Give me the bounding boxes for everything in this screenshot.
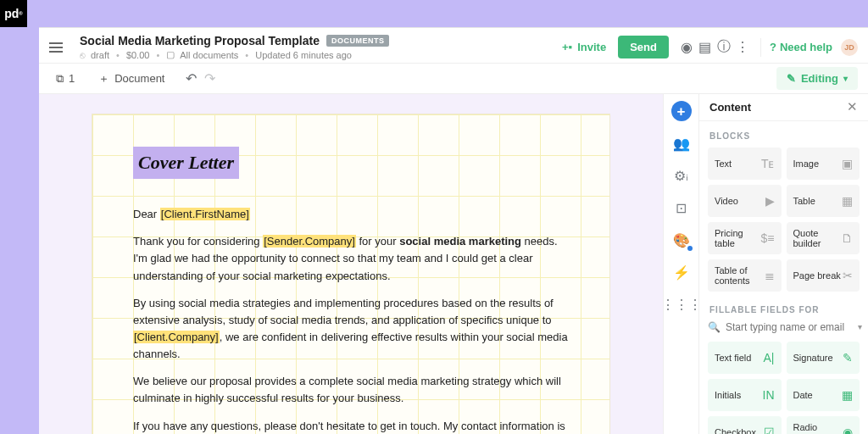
label: Table bbox=[793, 196, 815, 206]
block-toc[interactable]: Table of contents≣ bbox=[708, 259, 782, 292]
label: Signature bbox=[793, 353, 833, 363]
block-page-break[interactable]: Page break✂ bbox=[787, 259, 860, 292]
sender-company-token[interactable]: [Sender.Company] bbox=[263, 235, 356, 248]
label: Initials bbox=[715, 390, 741, 400]
text-icon: Tᴇ bbox=[761, 157, 775, 170]
label: Pricing table bbox=[715, 228, 761, 248]
preview-icon[interactable]: ◉ bbox=[677, 38, 696, 57]
signature-icon: ✎ bbox=[843, 351, 853, 364]
automation-icon[interactable]: ⚡ bbox=[671, 262, 692, 282]
video-icon: ▶ bbox=[765, 194, 775, 208]
field-checkbox[interactable]: Checkbox☑ bbox=[708, 416, 782, 434]
variables-icon[interactable]: ⚙ᵢ bbox=[671, 165, 692, 186]
invite-button[interactable]: +▪ Invite bbox=[550, 36, 618, 58]
folder-icon: ▢ bbox=[166, 49, 175, 60]
help-question-icon: ? bbox=[770, 41, 776, 53]
add-document-button[interactable]: ＋ Document bbox=[92, 68, 171, 90]
undo-icon[interactable]: ↶ bbox=[181, 70, 200, 88]
cover-letter-heading[interactable]: Cover Letter bbox=[133, 147, 239, 179]
user-avatar[interactable]: JD bbox=[841, 39, 858, 56]
canvas[interactable]: Cover Letter Dear [Client.FirstName] Tha… bbox=[39, 94, 663, 434]
sub-header: ⎋ draft $0.00 ▢ All documents Updated 6 … bbox=[80, 49, 389, 60]
block-text[interactable]: TextTᴇ bbox=[708, 147, 782, 180]
recipient-search-input[interactable] bbox=[726, 321, 853, 333]
block-image[interactable]: Image▣ bbox=[787, 147, 860, 180]
p1-b: for your bbox=[356, 235, 399, 248]
greeting-prefix: Dear bbox=[133, 208, 160, 220]
send-button[interactable]: Send bbox=[618, 36, 669, 58]
label: Date bbox=[793, 390, 813, 400]
close-icon[interactable]: ✕ bbox=[847, 99, 858, 114]
label: Checkbox bbox=[715, 427, 756, 434]
toc-icon: ≣ bbox=[765, 269, 775, 282]
pricing-icon: $≡ bbox=[761, 231, 775, 245]
scissors-icon: ✂ bbox=[843, 269, 853, 282]
edit-icon: ✎ bbox=[787, 72, 796, 85]
plus-icon: ＋ bbox=[98, 71, 109, 86]
invite-label: Invite bbox=[577, 41, 606, 53]
add-doc-label: Document bbox=[114, 72, 164, 85]
block-table[interactable]: Table▦ bbox=[787, 185, 860, 217]
field-text[interactable]: Text fieldA| bbox=[708, 342, 782, 374]
table-icon: ▦ bbox=[842, 194, 853, 208]
paragraph-1[interactable]: Thank you for considering [Sender.Compan… bbox=[133, 233, 569, 284]
p1-bold: social media marketing bbox=[399, 235, 521, 248]
pages-button[interactable]: ⧉ 1 bbox=[49, 69, 81, 89]
status-text: draft bbox=[91, 50, 109, 60]
fillable-section-label: FILLABLE FIELDS FOR bbox=[709, 305, 860, 314]
search-icon: 🔍 bbox=[708, 321, 721, 333]
pricing-icon[interactable]: ⊡ bbox=[671, 198, 692, 218]
label: Table of contents bbox=[715, 265, 765, 286]
right-rail: + 👥 ⚙ᵢ ⊡ 🎨 ⚡ ⋮⋮⋮ bbox=[663, 94, 698, 434]
invite-icon: +▪ bbox=[562, 41, 572, 53]
client-firstname-token[interactable]: [Client.FirstName] bbox=[160, 208, 250, 220]
field-date[interactable]: Date▦ bbox=[787, 379, 860, 411]
chevron-down-icon: ▾ bbox=[843, 74, 848, 83]
paragraph-2[interactable]: By using social media strategies and imp… bbox=[133, 295, 569, 364]
paragraph-3[interactable]: We believe our proposal provides a compl… bbox=[133, 373, 569, 407]
label: Text field bbox=[715, 353, 751, 363]
quote-icon: 🗋 bbox=[841, 231, 853, 245]
menu-icon[interactable] bbox=[49, 38, 68, 57]
greeting-line[interactable]: Dear [Client.FirstName] bbox=[133, 206, 569, 223]
need-help-link[interactable]: Need help bbox=[780, 41, 832, 53]
lock-icon: ⎋ bbox=[80, 50, 86, 60]
p2-a: By using social media strategies and imp… bbox=[133, 297, 554, 326]
redo-icon[interactable]: ↷ bbox=[200, 70, 219, 88]
app-frame: Social Media Marketing Proposal Template… bbox=[39, 27, 868, 434]
page[interactable]: Cover Letter Dear [Client.FirstName] Tha… bbox=[92, 114, 609, 434]
comments-icon[interactable]: ▤ bbox=[696, 38, 715, 57]
initials-icon: IN bbox=[763, 388, 775, 402]
label: Page break bbox=[793, 270, 841, 281]
checkbox-icon: ☑ bbox=[764, 426, 775, 434]
paragraph-4[interactable]: If you have any questions, please don't … bbox=[133, 418, 569, 435]
add-content-button[interactable]: + bbox=[671, 101, 692, 121]
content-panel: Content ✕ BLOCKS TextTᴇ Image▣ Video▶ Ta… bbox=[698, 94, 868, 434]
info-icon[interactable]: ⓘ bbox=[715, 38, 733, 57]
recipients-icon[interactable]: 👥 bbox=[671, 133, 692, 153]
block-video[interactable]: Video▶ bbox=[708, 185, 782, 217]
apps-grid-icon[interactable]: ⋮⋮⋮ bbox=[671, 294, 692, 314]
field-initials[interactable]: InitialsIN bbox=[708, 379, 782, 411]
design-icon[interactable]: 🎨 bbox=[671, 230, 692, 250]
chevron-down-icon: ▾ bbox=[858, 322, 862, 331]
workspace: Cover Letter Dear [Client.FirstName] Tha… bbox=[39, 94, 868, 434]
document-tag: DOCUMENTS bbox=[326, 35, 390, 47]
document-title: Social Media Marketing Proposal Template bbox=[80, 34, 320, 47]
updated-text: Updated 6 minutes ago bbox=[255, 50, 352, 60]
blocks-section-label: BLOCKS bbox=[709, 131, 860, 141]
copy-icon: ⧉ bbox=[56, 72, 64, 86]
mode-picker[interactable]: ✎ Editing ▾ bbox=[776, 67, 858, 90]
p1-a: Thank you for considering bbox=[133, 235, 263, 248]
doc-toolbar: ⧉ 1 ＋ Document ↶ ↷ ✎ Editing ▾ bbox=[39, 64, 868, 94]
field-radio[interactable]: Radio buttons◉ bbox=[787, 416, 860, 434]
client-company-token[interactable]: [Client.Company] bbox=[133, 331, 220, 343]
block-quote-builder[interactable]: Quote builder🗋 bbox=[787, 222, 860, 254]
folder-link[interactable]: All documents bbox=[180, 50, 238, 60]
block-pricing-table[interactable]: Pricing table$≡ bbox=[708, 222, 782, 254]
textfield-icon: A| bbox=[764, 351, 775, 364]
field-signature[interactable]: Signature✎ bbox=[787, 342, 860, 374]
recipient-search[interactable]: 🔍 ▾ bbox=[708, 321, 860, 333]
label: Video bbox=[715, 196, 738, 206]
more-icon[interactable]: ⋮ bbox=[733, 38, 752, 57]
